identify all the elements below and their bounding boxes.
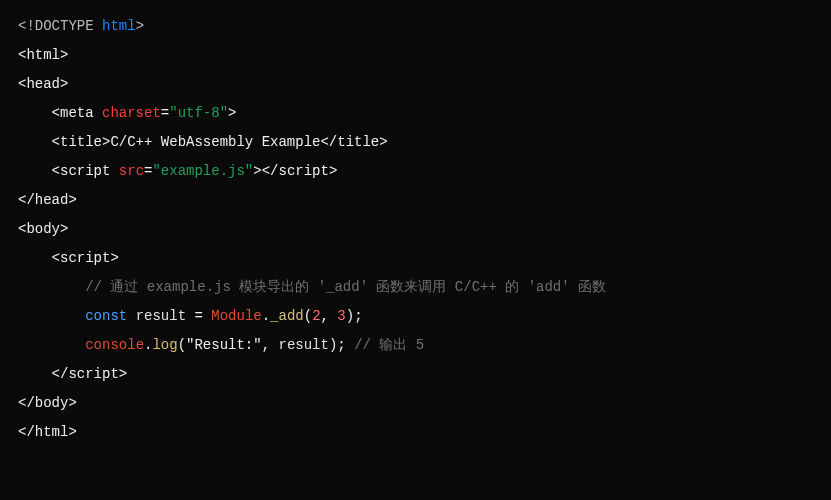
code-token: _add bbox=[270, 308, 304, 324]
code-line: </html> bbox=[18, 418, 813, 447]
code-token: <meta bbox=[18, 105, 102, 121]
code-line: <title>C/C++ WebAssembly Example</title> bbox=[18, 128, 813, 157]
code-token: </script> bbox=[262, 163, 338, 179]
code-block: <!DOCTYPE html><html><head> <meta charse… bbox=[18, 12, 813, 447]
code-token: = bbox=[161, 105, 169, 121]
code-token: <script> bbox=[18, 250, 119, 266]
code-token: <title>C/C++ WebAssembly Example</title> bbox=[18, 134, 388, 150]
code-token: . bbox=[262, 308, 270, 324]
code-line: // 通过 example.js 模块导出的 '_add' 函数来调用 C/C+… bbox=[18, 273, 813, 302]
code-token: ( bbox=[178, 337, 186, 353]
code-token: <head> bbox=[18, 76, 68, 92]
code-token: , bbox=[262, 337, 279, 353]
code-line: const result = Module._add(2, 3); bbox=[18, 302, 813, 331]
code-token bbox=[18, 308, 85, 324]
code-editor[interactable]: <!DOCTYPE html><html><head> <meta charse… bbox=[0, 0, 831, 500]
code-token: "example.js" bbox=[152, 163, 253, 179]
code-token: , bbox=[321, 308, 338, 324]
code-token: > bbox=[253, 163, 261, 179]
code-line: <script src="example.js"></script> bbox=[18, 157, 813, 186]
code-line: </script> bbox=[18, 360, 813, 389]
code-token: console bbox=[85, 337, 144, 353]
code-token bbox=[127, 308, 135, 324]
code-line: <meta charset="utf-8"> bbox=[18, 99, 813, 128]
code-token: <html> bbox=[18, 47, 68, 63]
code-token: charset bbox=[102, 105, 161, 121]
code-token: 2 bbox=[312, 308, 320, 324]
code-token: result bbox=[136, 308, 186, 324]
code-line: <script> bbox=[18, 244, 813, 273]
code-token: src bbox=[119, 163, 144, 179]
code-token: result bbox=[279, 337, 329, 353]
code-token: ); bbox=[346, 308, 363, 324]
code-token: log bbox=[152, 337, 177, 353]
code-token: ); bbox=[329, 337, 354, 353]
code-token: html bbox=[102, 18, 136, 34]
code-token: "Result:" bbox=[186, 337, 262, 353]
code-token: </script> bbox=[18, 366, 127, 382]
code-token: </html> bbox=[18, 424, 77, 440]
code-token: "utf-8" bbox=[169, 105, 228, 121]
code-line: </body> bbox=[18, 389, 813, 418]
code-token: 3 bbox=[337, 308, 345, 324]
code-line: <html> bbox=[18, 41, 813, 70]
code-token: = bbox=[186, 308, 211, 324]
code-token: <body> bbox=[18, 221, 68, 237]
code-token: const bbox=[85, 308, 127, 324]
code-token: // 通过 example.js 模块导出的 '_add' 函数来调用 C/C+… bbox=[18, 279, 606, 295]
code-token bbox=[18, 337, 85, 353]
code-token: </body> bbox=[18, 395, 77, 411]
code-token: ( bbox=[304, 308, 312, 324]
code-token: > bbox=[136, 18, 144, 34]
code-line: <head> bbox=[18, 70, 813, 99]
code-token: <!DOCTYPE bbox=[18, 18, 102, 34]
code-token: Module bbox=[211, 308, 261, 324]
code-token: </head> bbox=[18, 192, 77, 208]
code-token: > bbox=[228, 105, 236, 121]
code-line: <!DOCTYPE html> bbox=[18, 12, 813, 41]
code-line: </head> bbox=[18, 186, 813, 215]
code-line: <body> bbox=[18, 215, 813, 244]
code-line: console.log("Result:", result); // 输出 5 bbox=[18, 331, 813, 360]
code-token: // 输出 5 bbox=[354, 337, 424, 353]
code-token: <script bbox=[18, 163, 119, 179]
